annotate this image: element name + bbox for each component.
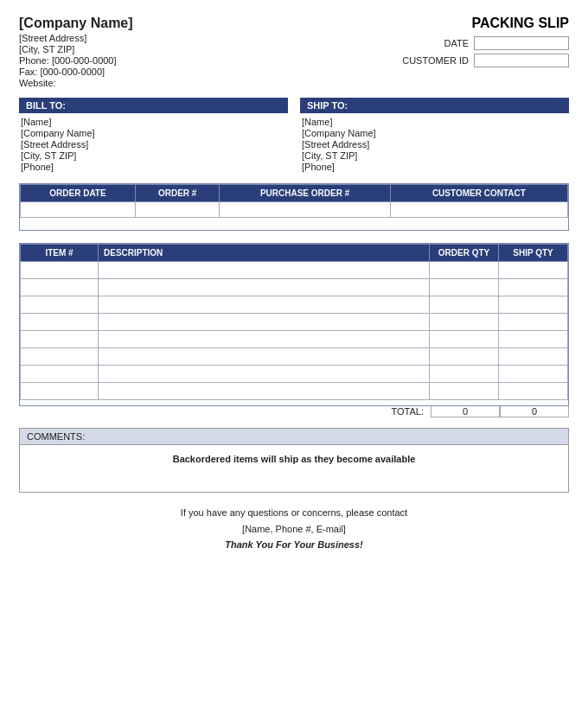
desc-cell[interactable]: [99, 279, 430, 296]
order-qty-cell[interactable]: [430, 314, 499, 331]
desc-cell[interactable]: [99, 383, 430, 400]
table-row: [21, 331, 568, 348]
desc-cell[interactable]: [99, 314, 430, 331]
ship-qty-cell[interactable]: [499, 279, 568, 296]
table-row: [21, 314, 568, 331]
ship-to-address: [Street Address]: [300, 139, 569, 150]
col-purchase-order: PURCHASE ORDER #: [220, 185, 390, 202]
date-row: DATE: [399, 36, 569, 50]
ship-to-company: [Company Name]: [300, 128, 569, 138]
ship-qty-cell[interactable]: [499, 331, 568, 348]
bill-to-block: BILL TO: [Name] [Company Name] [Street A…: [19, 98, 288, 173]
order-qty-cell[interactable]: [430, 331, 499, 348]
table-row: [21, 383, 568, 400]
header: [Company Name] [Street Address] [City, S…: [19, 16, 569, 89]
company-phone: Phone: [000-000-0000]: [19, 55, 133, 66]
packing-slip-title: PACKING SLIP: [399, 16, 569, 31]
ship-to-city: [City, ST ZIP]: [300, 150, 569, 161]
bill-to-body: [Name] [Company Name] [Street Address] […: [19, 117, 288, 172]
item-num-cell[interactable]: [21, 314, 99, 331]
order-qty-cell[interactable]: [430, 366, 499, 383]
packing-slip-right: PACKING SLIP DATE CUSTOMER ID: [399, 16, 569, 71]
customer-contact-cell[interactable]: [390, 202, 567, 218]
ship-qty-cell[interactable]: [499, 348, 568, 366]
table-row: [21, 296, 568, 314]
desc-cell[interactable]: [99, 296, 430, 314]
company-website: Website:: [19, 78, 133, 88]
ship-to-body: [Name] [Company Name] [Street Address] […: [300, 117, 569, 172]
order-table-data-row: [21, 202, 568, 218]
item-num-cell[interactable]: [21, 262, 99, 279]
desc-cell[interactable]: [99, 262, 430, 279]
date-label: DATE: [399, 38, 469, 48]
purchase-order-cell[interactable]: [220, 202, 390, 218]
items-header-row: ITEM # DESCRIPTION ORDER QTY SHIP QTY: [21, 245, 568, 262]
total-ship-qty-value: 0: [500, 406, 569, 417]
comments-body: Backordered items will ship as they beco…: [20, 445, 568, 492]
ship-qty-cell[interactable]: [499, 296, 568, 314]
footer-line1: If you have any questions or concerns, p…: [19, 505, 569, 521]
total-row: TOTAL: 0 0: [19, 406, 569, 417]
footer-thank-you: Thank You For Your Business!: [19, 537, 569, 553]
item-num-cell[interactable]: [21, 279, 99, 296]
order-num-cell[interactable]: [135, 202, 219, 218]
order-qty-cell[interactable]: [430, 348, 499, 366]
col-description: DESCRIPTION: [99, 245, 430, 262]
table-row: [21, 348, 568, 366]
order-qty-cell[interactable]: [430, 279, 499, 296]
bill-to-city: [City, ST ZIP]: [19, 150, 288, 161]
order-date-cell[interactable]: [21, 202, 136, 218]
date-customer-block: DATE CUSTOMER ID: [399, 36, 569, 67]
bill-to-name: [Name]: [19, 117, 288, 127]
item-num-cell[interactable]: [21, 348, 99, 366]
ship-to-block: SHIP TO: [Name] [Company Name] [Street A…: [300, 98, 569, 173]
comments-section: COMMENTS: Backordered items will ship as…: [19, 428, 569, 493]
company-name: [Company Name]: [19, 16, 133, 31]
table-row: [21, 279, 568, 296]
desc-cell[interactable]: [99, 348, 430, 366]
order-table: ORDER DATE ORDER # PURCHASE ORDER # CUST…: [20, 184, 568, 218]
col-customer-contact: CUSTOMER CONTACT: [390, 185, 567, 202]
total-label: TOTAL:: [102, 406, 431, 417]
company-city: [City, ST ZIP]: [19, 44, 133, 54]
order-qty-cell[interactable]: [430, 262, 499, 279]
item-num-cell[interactable]: [21, 383, 99, 400]
col-item-num: ITEM #: [21, 245, 99, 262]
ship-qty-cell[interactable]: [499, 383, 568, 400]
ship-to-name: [Name]: [300, 117, 569, 127]
col-ship-qty: SHIP QTY: [499, 245, 568, 262]
order-table-header-row: ORDER DATE ORDER # PURCHASE ORDER # CUST…: [21, 185, 568, 202]
bill-ship-row: BILL TO: [Name] [Company Name] [Street A…: [19, 98, 569, 173]
items-table-wrapper: ITEM # DESCRIPTION ORDER QTY SHIP QTY: [19, 243, 569, 406]
company-info: [Company Name] [Street Address] [City, S…: [19, 16, 133, 89]
item-num-cell[interactable]: [21, 366, 99, 383]
col-order-date: ORDER DATE: [21, 185, 136, 202]
desc-cell[interactable]: [99, 331, 430, 348]
customer-id-label: CUSTOMER ID: [399, 55, 469, 66]
bill-to-header: BILL TO:: [19, 98, 288, 113]
ship-qty-cell[interactable]: [499, 366, 568, 383]
table-row: [21, 366, 568, 383]
company-fax: Fax: [000-000-0000]: [19, 67, 133, 77]
items-table: ITEM # DESCRIPTION ORDER QTY SHIP QTY: [20, 244, 568, 400]
total-order-qty-value: 0: [431, 406, 500, 417]
order-table-wrapper: ORDER DATE ORDER # PURCHASE ORDER # CUST…: [19, 183, 569, 231]
customer-id-input[interactable]: [474, 54, 569, 67]
order-qty-cell[interactable]: [430, 383, 499, 400]
ship-to-phone: [Phone]: [300, 162, 569, 172]
item-num-cell[interactable]: [21, 331, 99, 348]
col-order-qty: ORDER QTY: [430, 245, 499, 262]
desc-cell[interactable]: [99, 366, 430, 383]
ship-to-header: SHIP TO:: [300, 98, 569, 113]
item-num-cell[interactable]: [21, 296, 99, 314]
col-order-num: ORDER #: [135, 185, 219, 202]
table-row: [21, 262, 568, 279]
ship-qty-cell[interactable]: [499, 314, 568, 331]
comments-header: COMMENTS:: [20, 429, 568, 445]
customer-id-row: CUSTOMER ID: [399, 54, 569, 67]
footer: If you have any questions or concerns, p…: [19, 505, 569, 553]
ship-qty-cell[interactable]: [499, 262, 568, 279]
order-qty-cell[interactable]: [430, 296, 499, 314]
bill-to-phone: [Phone]: [19, 162, 288, 172]
date-input[interactable]: [474, 36, 569, 50]
